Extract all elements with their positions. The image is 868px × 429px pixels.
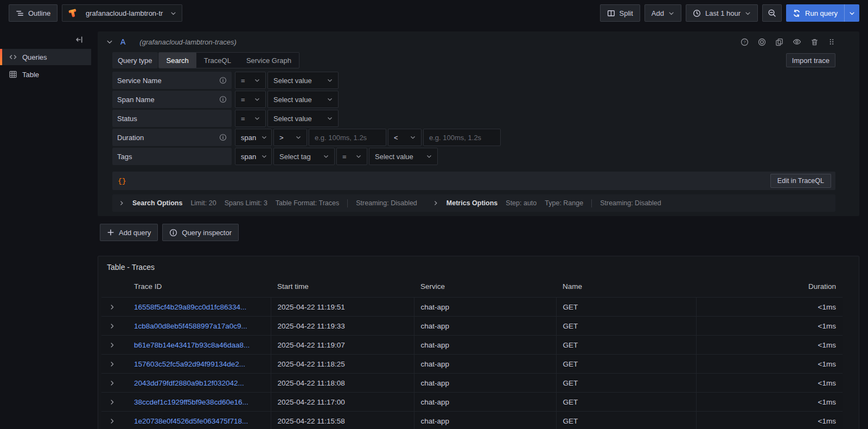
service-name-operator-select[interactable]: = xyxy=(235,72,266,89)
scope-value: span xyxy=(241,134,256,142)
split-icon xyxy=(607,9,615,17)
table-row[interactable]: 1cb8a00d8eb5f4588997a17a0c9... 2025-04-2… xyxy=(101,317,843,336)
add-button[interactable]: Add xyxy=(644,4,681,22)
duration-max-input[interactable] xyxy=(423,129,501,146)
trace-id-link[interactable]: 38ccdef1c1929ff5bf9e38cd60e16... xyxy=(134,398,248,406)
sidebar-item-label: Queries xyxy=(22,53,47,61)
status-operator-select[interactable]: = xyxy=(235,110,266,127)
status-label: Status xyxy=(117,115,137,123)
search-options-expander-icon[interactable] xyxy=(119,200,124,206)
service-name-value-select[interactable]: Select value xyxy=(267,72,339,89)
name-cell: GET xyxy=(556,336,696,355)
service-cell: chat-app xyxy=(414,393,556,412)
row-expander-icon[interactable] xyxy=(101,393,127,412)
svg-text:?: ? xyxy=(743,40,746,45)
table-row[interactable]: 16558f5cf4b29a89cc0d1fc86334... 2025-04-… xyxy=(101,298,843,317)
traceql-preview-row: {} Edit in TraceQL xyxy=(112,172,835,190)
duration-gt-operator-select[interactable]: > xyxy=(273,129,307,146)
chevron-down-icon xyxy=(254,97,260,102)
tags-operator-select[interactable]: = xyxy=(336,148,367,165)
time-range-picker[interactable]: Last 1 hour xyxy=(686,4,758,22)
row-expander-icon[interactable] xyxy=(101,355,127,374)
row-expander-icon[interactable] xyxy=(101,298,127,317)
chevron-down-icon xyxy=(356,154,361,159)
duration-min-input[interactable] xyxy=(309,129,386,146)
column-header-start-time[interactable]: Start time xyxy=(271,280,414,298)
run-query-dropdown[interactable] xyxy=(844,4,859,22)
duration-lt-operator-select[interactable]: < xyxy=(388,129,422,146)
chevron-down-icon xyxy=(170,10,176,16)
scope-value: span xyxy=(241,153,256,161)
status-value-select[interactable]: Select value xyxy=(267,110,339,127)
trace-id-link[interactable]: 1cb8a00d8eb5f4588997a17a0c9... xyxy=(134,322,247,330)
add-label: Add xyxy=(652,9,664,17)
search-options-title[interactable]: Search Options xyxy=(132,199,182,207)
trace-id-link[interactable]: 157603c52fc5a92d94f99134de2... xyxy=(134,360,245,368)
add-query-label: Add query xyxy=(119,229,151,237)
column-header-trace-id[interactable]: Trace ID xyxy=(127,280,271,298)
trace-id-link[interactable]: 1e20738e0f4526d5fe063475f718... xyxy=(134,417,248,425)
tags-value-select[interactable]: Select value xyxy=(369,148,438,165)
table-row[interactable]: 2043dd79fdf2880a9b12f032042... 2025-04-2… xyxy=(101,374,843,393)
help-icon[interactable]: ? xyxy=(741,38,749,46)
outline-button[interactable]: Outline xyxy=(9,4,58,22)
column-header-name[interactable]: Name xyxy=(556,280,696,298)
start-time-cell: 2025-04-22 11:19:07 xyxy=(271,336,414,355)
sidebar-item-queries[interactable]: Queries xyxy=(0,49,91,65)
split-button[interactable]: Split xyxy=(600,4,640,22)
collapse-outline-icon[interactable] xyxy=(75,35,84,44)
span-name-operator-select[interactable]: = xyxy=(235,91,266,108)
datasource-picker[interactable]: grafanacloud-lambtron-tr xyxy=(62,4,182,22)
table-row[interactable]: b61e78b14e43417b93c8a46daa8... 2025-04-2… xyxy=(101,336,843,355)
hide-response-icon[interactable] xyxy=(793,37,801,46)
trace-id-link[interactable]: 16558f5cf4b29a89cc0d1fc86334... xyxy=(134,303,246,311)
zoom-out-time-button[interactable] xyxy=(762,4,782,22)
duration-scope-select[interactable]: span xyxy=(235,129,272,146)
info-icon[interactable] xyxy=(219,77,227,84)
time-range-label: Last 1 hour xyxy=(705,9,741,17)
duration-row: Duration span > < xyxy=(112,129,835,146)
metrics-options-expander-icon[interactable] xyxy=(433,200,438,206)
duration-cell: <1ms xyxy=(696,298,843,317)
chevron-down-icon xyxy=(327,97,333,102)
collapse-query-icon[interactable] xyxy=(106,39,113,45)
tab-traceql[interactable]: TraceQL xyxy=(196,53,239,68)
operator-value: = xyxy=(241,77,245,85)
table-row[interactable]: 38ccdef1c1929ff5bf9e38cd60e16... 2025-04… xyxy=(101,393,843,412)
column-header-service[interactable]: Service xyxy=(414,280,556,298)
tab-service-graph[interactable]: Service Graph xyxy=(239,53,299,68)
query-type-tab-group: Search TraceQL Service Graph xyxy=(158,52,299,68)
info-icon[interactable] xyxy=(219,96,227,103)
row-expander-icon[interactable] xyxy=(101,412,127,429)
chevron-down-icon xyxy=(668,10,674,16)
import-trace-button[interactable]: Import trace xyxy=(786,53,835,67)
remove-query-icon[interactable] xyxy=(810,38,819,46)
disable-query-icon[interactable] xyxy=(758,38,766,46)
sidebar-item-table[interactable]: Table xyxy=(0,66,91,83)
drag-handle-icon[interactable] xyxy=(828,38,835,46)
row-expander-icon[interactable] xyxy=(101,336,127,355)
table-row[interactable]: 157603c52fc5a92d94f99134de2... 2025-04-2… xyxy=(101,355,843,374)
column-header-duration[interactable]: Duration xyxy=(696,280,843,298)
info-icon[interactable] xyxy=(219,134,227,141)
run-query-button[interactable]: Run query xyxy=(786,4,859,22)
tab-search[interactable]: Search xyxy=(159,53,196,68)
metrics-options-title[interactable]: Metrics Options xyxy=(446,199,497,207)
traceql-preview: {} xyxy=(118,177,126,185)
tags-tag-select[interactable]: Select tag xyxy=(273,148,335,165)
select-placeholder: Select tag xyxy=(279,153,311,161)
outline-label: Outline xyxy=(28,9,50,17)
copy-query-icon[interactable] xyxy=(775,38,783,46)
chevron-down-icon xyxy=(261,135,267,140)
row-expander-icon[interactable] xyxy=(101,374,127,393)
query-inspector-button[interactable]: Query inspector xyxy=(162,224,239,241)
trace-id-link[interactable]: 2043dd79fdf2880a9b12f032042... xyxy=(134,379,244,387)
edit-in-traceql-button[interactable]: Edit in TraceQL xyxy=(770,174,831,188)
span-name-value-select[interactable]: Select value xyxy=(267,91,339,108)
tags-scope-select[interactable]: span xyxy=(235,148,272,165)
add-query-button[interactable]: Add query xyxy=(100,224,158,241)
table-row[interactable]: 1e20738e0f4526d5fe063475f718... 2025-04-… xyxy=(101,412,843,429)
row-expander-icon[interactable] xyxy=(101,317,127,336)
trace-id-link[interactable]: b61e78b14e43417b93c8a46daa8... xyxy=(134,341,250,349)
sidebar-item-label: Table xyxy=(22,71,39,79)
